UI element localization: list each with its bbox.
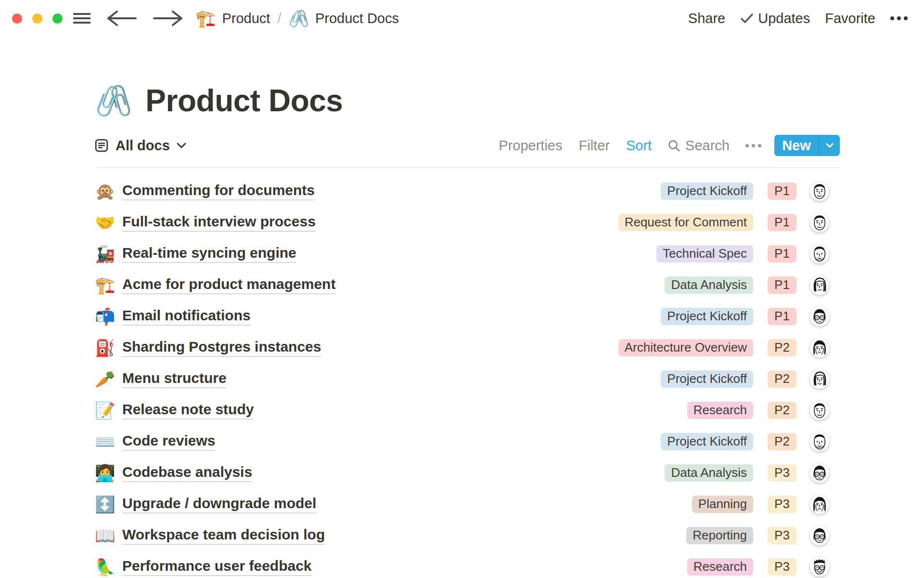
doc-emoji-icon: ⛽ — [95, 338, 114, 357]
doc-owner-avatar[interactable] — [810, 432, 829, 451]
table-row[interactable]: 🏗️ Acme for product management Data Anal… — [95, 269, 840, 301]
doc-tag-badge[interactable]: Reporting — [686, 527, 753, 544]
doc-title-link[interactable]: Release note study — [122, 401, 254, 420]
doc-priority-badge[interactable]: P1 — [768, 183, 796, 200]
more-icon[interactable] — [890, 16, 908, 20]
doc-priority-badge[interactable]: P3 — [768, 558, 796, 576]
doc-title-link[interactable]: Upgrade / downgrade model — [122, 495, 316, 513]
doc-owner-avatar[interactable] — [810, 463, 829, 483]
doc-owner-avatar[interactable] — [810, 307, 829, 326]
breadcrumb-parent-link[interactable]: Product — [222, 11, 270, 26]
toolbar-more-icon[interactable] — [745, 144, 761, 147]
doc-owner-avatar[interactable] — [810, 369, 829, 389]
table-row[interactable]: 🙊 Commenting for documents Project Kicko… — [95, 175, 840, 207]
doc-priority-badge[interactable]: P1 — [768, 308, 796, 325]
doc-title-link[interactable]: Codebase analysis — [122, 464, 252, 482]
table-row[interactable]: 📝 Release note study Research P2 — [95, 394, 840, 426]
doc-owner-avatar[interactable] — [810, 526, 829, 545]
doc-owner-avatar[interactable] — [810, 338, 829, 357]
close-window-button[interactable] — [12, 13, 22, 24]
doc-title-link[interactable]: Acme for product management — [122, 276, 335, 294]
doc-owner-avatar[interactable] — [810, 244, 829, 263]
doc-emoji-icon: 🥕 — [95, 369, 114, 389]
table-row[interactable]: 🦜 Performance user feedback Research P3 — [95, 551, 840, 578]
doc-tag-badge[interactable]: Architecture Overview — [618, 339, 753, 356]
doc-owner-avatar[interactable] — [810, 401, 829, 420]
doc-priority-badge[interactable]: P2 — [768, 433, 796, 450]
database-toolbar: All docs Properties Filter Sort Search N… — [95, 135, 840, 156]
properties-button[interactable]: Properties — [499, 138, 562, 154]
doc-tag-badge[interactable]: Data Analysis — [665, 464, 753, 482]
doc-owner-avatar[interactable] — [810, 276, 829, 295]
share-button[interactable]: Share — [688, 11, 725, 26]
doc-emoji-icon: 🤝 — [95, 213, 114, 232]
doc-tag-badge[interactable]: Request for Comment — [618, 214, 753, 231]
breadcrumb-current-link[interactable]: Product Docs — [315, 11, 399, 26]
doc-title-link[interactable]: Menu structure — [122, 370, 227, 388]
doc-priority-badge[interactable]: P1 — [768, 245, 796, 263]
back-arrow-icon[interactable] — [105, 10, 139, 27]
check-icon — [740, 13, 754, 24]
doc-priority-badge[interactable]: P3 — [768, 496, 796, 513]
doc-tag-badge[interactable]: Project Kickoff — [661, 308, 753, 325]
doc-priority-badge[interactable]: P3 — [768, 464, 796, 482]
zoom-window-button[interactable] — [52, 13, 63, 24]
view-switcher[interactable]: All docs — [95, 138, 187, 154]
doc-emoji-icon: 📬 — [95, 307, 114, 326]
doc-owner-avatar[interactable] — [810, 495, 829, 514]
doc-title-link[interactable]: Sharding Postgres instances — [122, 339, 321, 357]
doc-priority-badge[interactable]: P2 — [768, 402, 796, 419]
table-row[interactable]: ⌨️ Code reviews Project Kickoff P2 — [95, 426, 840, 457]
table-row[interactable]: 🚂 Real-time syncing engine Technical Spe… — [95, 238, 840, 269]
doc-tag-badge[interactable]: Technical Spec — [656, 245, 753, 263]
doc-title-link[interactable]: Performance user feedback — [122, 558, 312, 576]
doc-title-link[interactable]: Full-stack interview process — [122, 213, 316, 232]
doc-tag-badge[interactable]: Planning — [692, 496, 753, 513]
doc-tag-badge[interactable]: Data Analysis — [665, 276, 753, 294]
page-title-text[interactable]: Product Docs — [145, 82, 343, 119]
doc-tag-badge[interactable]: Project Kickoff — [661, 370, 753, 388]
minimize-window-button[interactable] — [32, 13, 42, 24]
table-row[interactable]: 🥕 Menu structure Project Kickoff P2 — [95, 363, 840, 394]
new-button[interactable]: New — [774, 135, 840, 156]
doc-tag-badge[interactable]: Project Kickoff — [661, 433, 753, 450]
table-row[interactable]: ↕️ Upgrade / downgrade model Planning P3 — [95, 488, 840, 520]
doc-emoji-icon: 🚂 — [95, 244, 114, 263]
doc-tag-badge[interactable]: Research — [687, 402, 753, 419]
table-row[interactable]: 🤝 Full-stack interview process Request f… — [95, 207, 840, 238]
table-row[interactable]: 👩‍💻 Codebase analysis Data Analysis P3 — [95, 457, 840, 488]
breadcrumb-current-icon: 🖇️ — [288, 9, 308, 28]
view-name-label: All docs — [116, 138, 170, 154]
table-row[interactable]: 📬 Email notifications Project Kickoff P1 — [95, 301, 840, 332]
filter-button[interactable]: Filter — [578, 138, 609, 154]
forward-arrow-icon[interactable] — [151, 10, 185, 27]
doc-tag-badge[interactable]: Research — [687, 558, 753, 576]
search-button[interactable]: Search — [667, 138, 730, 154]
doc-owner-avatar[interactable] — [810, 182, 829, 201]
updates-button[interactable]: Updates — [740, 11, 810, 26]
list-view-icon — [95, 139, 108, 152]
doc-title-link[interactable]: Email notifications — [122, 307, 251, 326]
doc-tag-badge[interactable]: Project Kickoff — [661, 183, 753, 200]
sort-button[interactable]: Sort — [626, 138, 652, 154]
doc-owner-avatar[interactable] — [810, 557, 829, 577]
doc-title-link[interactable]: Code reviews — [122, 433, 215, 451]
doc-title-link[interactable]: Workspace team decision log — [122, 526, 325, 545]
doc-emoji-icon: 🏗️ — [95, 276, 114, 295]
menu-icon[interactable] — [73, 13, 90, 24]
doc-priority-badge[interactable]: P1 — [768, 276, 796, 294]
doc-owner-avatar[interactable] — [810, 213, 829, 232]
doc-emoji-icon: 📝 — [95, 401, 114, 420]
page-icon[interactable]: 🖇️ — [95, 82, 132, 119]
table-row[interactable]: 📖 Workspace team decision log Reporting … — [95, 520, 840, 551]
new-button-chevron-icon[interactable] — [819, 135, 840, 156]
doc-title-link[interactable]: Real-time syncing engine — [122, 245, 296, 263]
favorite-button[interactable]: Favorite — [825, 11, 875, 26]
doc-priority-badge[interactable]: P3 — [768, 527, 796, 544]
doc-title-link[interactable]: Commenting for documents — [122, 182, 315, 200]
doc-priority-badge[interactable]: P1 — [768, 214, 796, 231]
breadcrumb: 🏗️ Product / 🖇️ Product Docs — [191, 9, 399, 28]
table-row[interactable]: ⛽ Sharding Postgres instances Architectu… — [95, 332, 840, 363]
doc-priority-badge[interactable]: P2 — [768, 339, 796, 356]
doc-priority-badge[interactable]: P2 — [768, 370, 796, 388]
